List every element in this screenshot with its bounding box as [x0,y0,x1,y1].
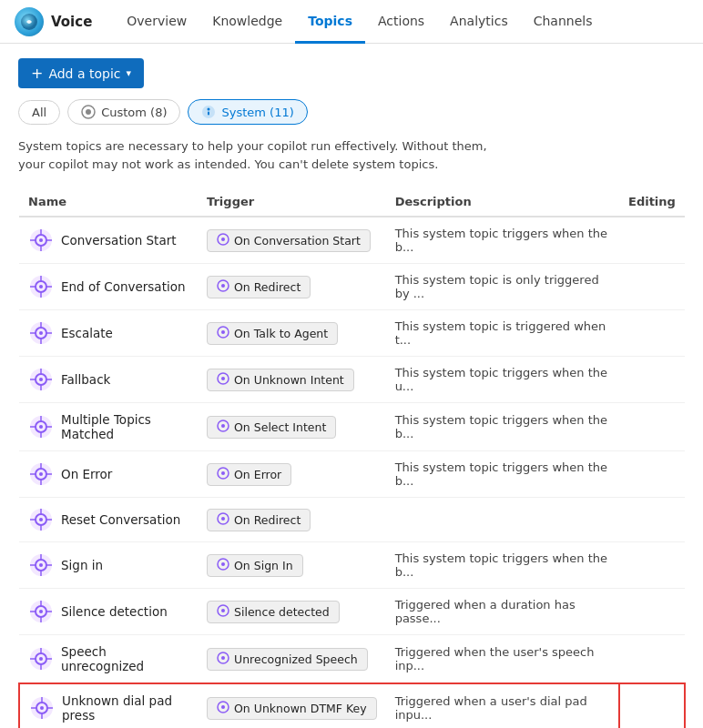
topic-trigger-cell: On Talk to Agent [198,310,386,357]
topic-description-cell [386,498,619,542]
topic-icon [28,552,54,578]
topic-editing-value [619,370,685,389]
system-icon [201,105,216,119]
svg-point-44 [39,425,43,429]
topic-description-cell: Triggered when a user's dial pad inpu... [386,683,619,728]
topic-editing-cell [619,451,685,498]
topic-description-text: Triggered when the user's speech inp... [386,636,619,682]
topic-name-label: Escalate [61,326,113,340]
topic-description-text [386,511,619,529]
table-row[interactable]: End of Conversation On Redirect This sys… [19,264,685,310]
svg-point-98 [40,706,44,710]
table-row[interactable]: Sign in On Sign In This system topic tri… [19,542,685,589]
page-content: + Add a topic ▾ All Custom (8) System (1… [0,44,703,728]
topic-editing-value [619,650,685,668]
filter-system[interactable]: System (11) [188,99,307,125]
topic-description-cell: This system topic triggers when the b... [386,217,619,264]
nav-analytics[interactable]: Analytics [437,1,521,44]
table-row[interactable]: Unknown dial pad press On Unknown DTMF K… [19,683,685,728]
topic-editing-value [619,231,685,249]
topic-editing-value [619,278,685,296]
topic-icon [28,274,54,299]
trigger-icon [217,326,229,341]
table-row[interactable]: Conversation Start On Conversation Start… [19,217,685,264]
topic-description-cell: This system topic triggers when the b... [386,451,619,498]
table-row[interactable]: On Error On Error This system topic trig… [19,451,685,498]
svg-point-86 [221,609,225,612]
svg-point-89 [39,657,43,661]
nav-channels[interactable]: Channels [521,1,606,44]
filter-all[interactable]: All [18,100,60,125]
topic-editing-value [619,418,685,436]
topic-icon [28,228,54,253]
svg-point-59 [221,471,225,475]
table-row[interactable]: Fallback On Unknown Intent This system t… [19,357,685,403]
trigger-icon [217,467,229,482]
app-name: Voice [51,14,92,30]
add-topic-button[interactable]: + Add a topic ▾ [18,58,144,88]
svg-point-35 [39,378,43,381]
topic-editing-value [619,465,685,483]
topic-description-text: Triggered when a user's dial pad inpu... [386,685,618,728]
trigger-icon [217,512,229,528]
svg-point-4 [208,108,210,111]
topic-editing-cell [619,217,685,264]
topic-name-cell: Conversation Start [19,217,198,264]
svg-point-14 [221,238,225,241]
nav-knowledge[interactable]: Knowledge [199,1,295,44]
filter-row: All Custom (8) System (11) [18,99,685,125]
table-row[interactable]: Silence detection Silence detected Trigg… [19,589,685,635]
trigger-badge: On Redirect [207,276,311,298]
svg-point-53 [39,472,43,476]
topic-name-cell: Silence detection [19,589,198,635]
topic-description-cell: This system topic triggers when the b... [386,542,619,589]
top-nav: Voice Overview Knowledge Topics Actions … [0,0,703,44]
topic-trigger-cell: On Sign In [198,542,386,589]
topics-table: Name Trigger Description Editing C [18,187,685,728]
nav-overview[interactable]: Overview [114,1,199,44]
svg-point-71 [39,563,43,567]
svg-point-80 [39,610,43,613]
svg-point-41 [221,377,225,380]
table-row[interactable]: Reset Conversation On Redirect [19,498,685,542]
topic-trigger-cell: On Unknown Intent [198,357,386,403]
table-row[interactable]: Speech unrecognized Unrecognized Speech … [19,635,685,684]
topic-name-label: Multiple Topics Matched [61,412,188,441]
topic-editing-cell [619,635,685,684]
topic-description-cell: This system topic triggers when the u... [386,357,619,403]
topic-icon [28,414,54,440]
topic-description-text: This system topic triggers when the u... [386,357,619,402]
topic-trigger-cell: On Conversation Start [198,217,386,264]
topic-description-cell: This system topic is triggered when t... [386,310,619,357]
topic-name-cell: Reset Conversation [19,498,198,542]
info-text: System topics are necessary to help your… [18,137,492,173]
trigger-icon [217,233,229,248]
topic-trigger-cell: On Error [198,451,386,498]
nav-items: Overview Knowledge Topics Actions Analyt… [114,0,605,43]
svg-point-77 [221,562,225,566]
topic-name-cell: Unknown dial pad press [19,683,198,728]
custom-icon [81,105,96,119]
trigger-icon [217,558,229,573]
topic-icon [29,695,55,721]
svg-point-104 [221,705,225,709]
topic-trigger-cell: On Select Intent [198,403,386,451]
nav-topics[interactable]: Topics [295,1,365,44]
table-row[interactable]: Escalate On Talk to Agent This system to… [19,310,685,357]
nav-actions[interactable]: Actions [365,1,437,44]
topic-trigger-cell: On Redirect [198,264,386,310]
topic-editing-value [619,511,685,529]
trigger-icon [217,652,229,667]
plus-icon: + [31,65,43,82]
trigger-badge: On Unknown Intent [207,369,354,391]
table-row[interactable]: Multiple Topics Matched On Select Intent… [19,403,685,451]
topic-description-text: This system topic triggers when the b... [386,404,619,450]
topic-editing-cell [619,683,685,728]
chevron-down-icon: ▾ [127,67,132,79]
topic-icon [28,507,54,532]
svg-point-95 [221,656,225,660]
filter-custom[interactable]: Custom (8) [67,99,180,125]
topic-name-cell: Fallback [19,357,198,403]
trigger-badge: On Select Intent [207,416,336,439]
app-logo [15,7,44,36]
